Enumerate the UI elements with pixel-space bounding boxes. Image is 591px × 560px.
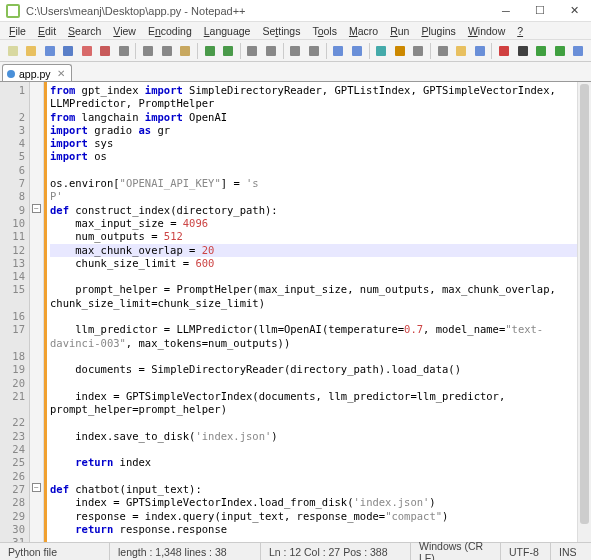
menu-window[interactable]: Window	[463, 24, 510, 38]
menu-help[interactable]: ?	[512, 24, 528, 38]
line-number: 23	[2, 430, 25, 443]
menu-search[interactable]: Search	[63, 24, 106, 38]
line-number: 14	[2, 270, 25, 283]
close-button[interactable]: ✕	[557, 0, 591, 22]
line-number: 31	[2, 536, 25, 542]
tab-close-icon[interactable]: ✕	[55, 68, 65, 79]
print-icon[interactable]	[115, 42, 132, 60]
new-icon[interactable]	[4, 42, 21, 60]
replace-icon[interactable]	[262, 42, 279, 60]
code-line[interactable]: prompt_helper = PromptHelper(max_input_s…	[50, 283, 591, 310]
menu-file[interactable]: File	[4, 24, 31, 38]
status-insert-mode[interactable]: INS	[551, 543, 591, 560]
sync-v-icon[interactable]	[330, 42, 347, 60]
code-line[interactable]	[50, 350, 591, 363]
code-line[interactable]	[50, 470, 591, 483]
undo-icon[interactable]	[201, 42, 218, 60]
maximize-button[interactable]: ☐	[523, 0, 557, 22]
code-line[interactable]: max_input_size = 4096	[50, 217, 591, 230]
close-all-icon[interactable]	[96, 42, 113, 60]
svg-rect-14	[290, 46, 300, 56]
code-line[interactable]	[50, 190, 591, 203]
menu-plugins[interactable]: Plugins	[416, 24, 460, 38]
fold-toggle[interactable]: −	[32, 204, 41, 213]
line-number: 13	[2, 257, 25, 270]
menu-encoding[interactable]: Encoding	[143, 24, 197, 38]
line-number: 6	[2, 164, 25, 177]
save-macro-icon[interactable]	[569, 42, 586, 60]
svg-rect-9	[180, 46, 190, 56]
code-line[interactable]: response = index.query(input_text, respo…	[50, 510, 591, 523]
code-line[interactable]: return index	[50, 456, 591, 469]
code-line[interactable]: import sys	[50, 137, 591, 150]
code-line[interactable]: index.save_to_disk('index.json')	[50, 430, 591, 443]
code-line[interactable]: chunk_size_limit = 600	[50, 257, 591, 270]
play-multi-icon[interactable]	[551, 42, 568, 60]
code-line[interactable]: llm_predictor = LLMPredictor(llm=OpenAI(…	[50, 323, 591, 350]
menu-settings[interactable]: Settings	[257, 24, 305, 38]
close-icon[interactable]	[78, 42, 95, 60]
lang-icon[interactable]	[434, 42, 451, 60]
code-line[interactable]: index = GPTSimpleVectorIndex.load_from_d…	[50, 496, 591, 509]
zoom-in-icon[interactable]	[287, 42, 304, 60]
redo-icon[interactable]	[219, 42, 236, 60]
chars-icon[interactable]	[391, 42, 408, 60]
svg-rect-1	[26, 46, 36, 56]
scrollbar-thumb[interactable]	[580, 84, 589, 524]
menu-view[interactable]: View	[108, 24, 141, 38]
fold-toggle[interactable]: −	[32, 483, 41, 492]
vertical-scrollbar[interactable]	[577, 82, 591, 542]
code-line[interactable]	[50, 270, 591, 283]
menu-edit[interactable]: Edit	[33, 24, 61, 38]
save-all-icon[interactable]	[59, 42, 76, 60]
svg-rect-6	[119, 46, 129, 56]
copy-icon[interactable]	[158, 42, 175, 60]
open-icon[interactable]	[22, 42, 39, 60]
line-number: 4	[2, 137, 25, 150]
status-encoding[interactable]: UTF-8	[501, 543, 551, 560]
save-icon[interactable]	[41, 42, 58, 60]
code-line[interactable]: num_outputs = 512	[50, 230, 591, 243]
code-line[interactable]: def construct_index(directory_path):	[50, 204, 591, 217]
code-line[interactable]	[50, 164, 591, 177]
code-line[interactable]: os.environ["OPENAI_API_KEY"] = 's P'	[50, 177, 591, 190]
find-icon[interactable]	[244, 42, 261, 60]
code-line[interactable]: import gradio as gr	[50, 124, 591, 137]
folder-icon[interactable]	[452, 42, 469, 60]
fold-margin: −−−	[30, 82, 44, 542]
menu-language[interactable]: Language	[199, 24, 256, 38]
cut-icon[interactable]	[139, 42, 156, 60]
code-line[interactable]	[50, 416, 591, 429]
sync-h-icon[interactable]	[348, 42, 365, 60]
code-line[interactable]	[50, 536, 591, 542]
svg-rect-3	[63, 46, 73, 56]
stop-icon[interactable]	[514, 42, 531, 60]
minimize-button[interactable]: ─	[489, 0, 523, 22]
code-line[interactable]	[50, 310, 591, 323]
line-number: 15	[2, 283, 25, 310]
record-icon[interactable]	[495, 42, 512, 60]
menu-macro[interactable]: Macro	[344, 24, 383, 38]
status-eol[interactable]: Windows (CR LF)	[411, 543, 501, 560]
code-line[interactable]: documents = SimpleDirectoryReader(direct…	[50, 363, 591, 376]
code-line[interactable]: index = GPTSimpleVectorIndex(documents, …	[50, 390, 591, 417]
code-line[interactable]	[50, 443, 591, 456]
code-line[interactable]: from langchain import OpenAI	[50, 111, 591, 124]
code-line[interactable]: return response.response	[50, 523, 591, 536]
menu-run[interactable]: Run	[385, 24, 414, 38]
code-line[interactable]: max_chunk_overlap = 20	[50, 244, 591, 257]
tab-app-py[interactable]: app.py ✕	[2, 64, 72, 81]
code-line[interactable]: def chatbot(input_text):	[50, 483, 591, 496]
menu-tools[interactable]: Tools	[307, 24, 342, 38]
code-editor[interactable]: from gpt_index import SimpleDirectoryRea…	[44, 82, 591, 542]
svg-rect-10	[205, 46, 215, 56]
paste-icon[interactable]	[176, 42, 193, 60]
code-line[interactable]: from gpt_index import SimpleDirectoryRea…	[50, 84, 591, 111]
play-icon[interactable]	[532, 42, 549, 60]
zoom-out-icon[interactable]	[305, 42, 322, 60]
monitor-icon[interactable]	[471, 42, 488, 60]
code-line[interactable]	[50, 377, 591, 390]
wrap-icon[interactable]	[373, 42, 390, 60]
indent-icon[interactable]	[410, 42, 427, 60]
code-line[interactable]: import os	[50, 150, 591, 163]
